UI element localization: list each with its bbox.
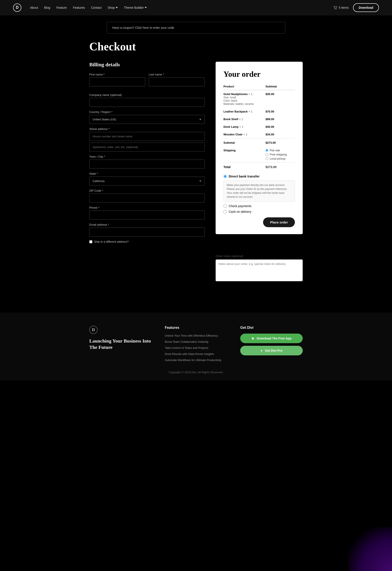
footer-logo: D — [89, 326, 98, 334]
zip-group: ZIP Code * — [89, 189, 205, 203]
zip-input[interactable] — [89, 194, 205, 203]
nav-contact[interactable]: Contact — [91, 6, 101, 10]
payment-option-0[interactable]: Direct bank transfer Make your payment d… — [224, 174, 295, 202]
cart-count: 5 Items — [339, 6, 349, 9]
billing-title: Billing details — [89, 62, 205, 68]
phone-input[interactable] — [89, 210, 205, 220]
phone-group: Phone * — [89, 206, 205, 220]
payment-description-0: Make your payment directly into our bank… — [224, 180, 295, 202]
footer-inner: D Launching Your Business Into The Futur… — [76, 326, 316, 362]
col-subtotal: Subtotal — [266, 83, 295, 90]
nav-feature[interactable]: Feature — [56, 6, 67, 10]
ship-different-label[interactable]: Ship to a different address? — [89, 240, 205, 243]
company-input[interactable] — [89, 98, 205, 107]
street-group: Street address * — [89, 127, 205, 151]
additional-title: Additional information — [216, 243, 303, 251]
first-name-label: First name * — [89, 73, 145, 76]
order-title: Your order — [224, 70, 295, 79]
nav-links: About Blog Feature Features Contact Shop… — [30, 6, 333, 10]
footer-get-divi-title: Get Divi — [240, 326, 303, 330]
cart-icon-area[interactable]: 5 Items — [333, 6, 349, 9]
logo[interactable]: D — [13, 3, 21, 12]
nav-features[interactable]: Features — [73, 6, 85, 10]
notes-label: Order notes (optional) — [216, 255, 303, 258]
nav-theme-builder[interactable]: Theme Builder — [124, 6, 147, 9]
email-input[interactable] — [89, 228, 205, 237]
col-product: Product — [224, 83, 266, 90]
footer-features-col: Features Unlock Your Time with Effortles… — [165, 326, 227, 362]
svg-point-0 — [335, 9, 335, 9]
order-item-1: Leather Backpack × 1 $70.00 — [224, 108, 295, 115]
nav-about[interactable]: About — [30, 6, 38, 10]
email-group: Email address * — [89, 223, 205, 237]
footer-links: Unlock Your Time with Effortless Efficie… — [165, 333, 227, 362]
phone-label: Phone * — [89, 206, 205, 209]
footer-feature-link-4[interactable]: Automate Workflows for Ultimate Producti… — [165, 358, 227, 362]
coupon-banner[interactable]: Have a coupon? Click here to enter your … — [107, 22, 285, 34]
billing-column: Billing details First name * Last name *… — [89, 62, 205, 243]
shipping-options: Flat rate Free shipping Local pickup — [266, 147, 295, 163]
nav-download-button[interactable]: Download — [353, 3, 379, 12]
order-item-3: Desk Lamp × 1 $40.00 — [224, 123, 295, 131]
footer-feature-link-2[interactable]: Take Control of Tasks and Projects — [165, 346, 227, 350]
last-name-input[interactable] — [149, 77, 205, 86]
country-group: Country / Region * United States (US) — [89, 110, 205, 124]
order-item-4: Wooden Chair × 1 $34.00 — [224, 131, 295, 138]
city-label: Town / City * — [89, 155, 205, 158]
first-name-group: First name * — [89, 73, 145, 86]
company-group: Company name (optional) — [89, 93, 205, 107]
shipping-option-2[interactable]: Local pickup — [266, 157, 295, 160]
order-item-0: Gold Headphones × 1 Size: smallColor: bl… — [224, 90, 295, 108]
name-row: First name * Last name * — [89, 73, 205, 90]
navbar: D About Blog Feature Features Contact Sh… — [0, 0, 392, 15]
state-group: State * California — [89, 172, 205, 185]
footer-feature-link-1[interactable]: Boost Team Collaboration Instantly — [165, 340, 227, 344]
footer-features-title: Features — [165, 326, 227, 330]
last-name-label: Last name * — [149, 73, 205, 76]
footer-brand-col: D Launching Your Business Into The Futur… — [89, 326, 152, 362]
footer-get-divi-col: Get Divi ⊕ Download The Free App ● Get D… — [240, 326, 303, 362]
state-select[interactable]: California — [89, 177, 205, 185]
country-select[interactable]: United States (US) — [89, 115, 205, 124]
zip-label: ZIP Code * — [89, 189, 205, 192]
first-name-input[interactable] — [89, 77, 145, 86]
checkout-layout: Billing details First name * Last name *… — [89, 62, 303, 282]
download-free-app-button[interactable]: ⊕ Download The Free App — [240, 333, 303, 343]
nav-blog[interactable]: Blog — [44, 6, 50, 10]
order-notes-input[interactable] — [216, 259, 303, 281]
street-label: Street address * — [89, 127, 205, 131]
company-label: Company name (optional) — [89, 93, 205, 97]
footer-copyright: Copyright © 2023 Divi. All Rights Reserv… — [0, 362, 392, 374]
order-item-2: Book Shelf × 1 $99.00 — [224, 115, 295, 123]
city-group: Town / City * — [89, 155, 205, 168]
shipping-label: Shipping — [224, 147, 266, 163]
state-label: State * — [89, 172, 205, 175]
main-content: Checkout Billing details First name * La… — [76, 40, 316, 300]
last-name-group: Last name * — [149, 73, 205, 86]
payment-section: Direct bank transfer Make your payment d… — [224, 174, 295, 227]
payment-option-2[interactable]: Cash on delivery — [224, 210, 295, 213]
apt-input[interactable] — [89, 143, 205, 151]
payment-option-1[interactable]: Check payments — [224, 204, 295, 208]
place-order-button[interactable]: Place order — [263, 217, 295, 227]
order-table: Product Subtotal Gold Headphones × 1 Siz… — [224, 83, 295, 171]
nav-shop[interactable]: Shop — [108, 6, 118, 9]
star-icon: ● — [260, 349, 262, 352]
svg-point-1 — [336, 9, 337, 9]
footer-tagline: Launching Your Business Into The Future — [89, 338, 152, 350]
footer-feature-link-3[interactable]: Drive Results with Data-Driven Insights — [165, 352, 227, 356]
total-amount: $273.00 — [266, 163, 295, 171]
subtotal-label: Subtotal — [224, 138, 266, 147]
city-input[interactable] — [89, 160, 205, 168]
email-label: Email address * — [89, 223, 205, 226]
order-panel: Your order Product Subtotal Gold Headpho… — [216, 62, 303, 234]
footer-feature-link-0[interactable]: Unlock Your Time with Effortless Efficie… — [165, 333, 227, 337]
get-divi-pro-button[interactable]: ● Get Divi Pro — [240, 346, 303, 355]
download-icon: ⊕ — [252, 337, 254, 340]
total-label: Total — [224, 163, 266, 171]
shipping-option-1[interactable]: Free shipping — [266, 153, 295, 156]
subtotal-amount: $273.00 — [266, 138, 295, 147]
ship-different-checkbox[interactable] — [89, 240, 92, 243]
shipping-option-0[interactable]: Flat rate — [266, 149, 295, 152]
street-input[interactable] — [89, 132, 205, 141]
